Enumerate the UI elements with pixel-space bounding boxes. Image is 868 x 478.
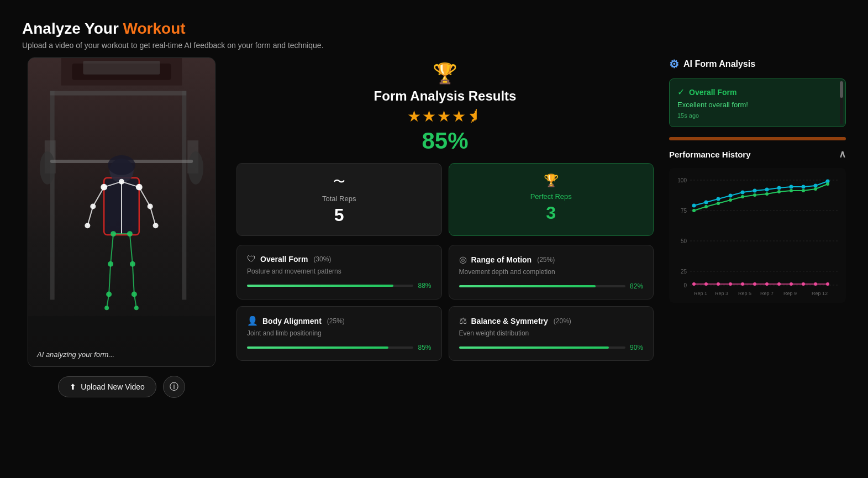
video-panel: AI analyzing your form... ⬆ Upload New V… xyxy=(22,57,221,467)
results-title: Form Analysis Results xyxy=(236,88,654,104)
svg-text:Rep 5: Rep 5 xyxy=(738,291,751,296)
metric-bar-fill-3 xyxy=(459,346,609,349)
perfect-reps-card: 🏆 Perfect Reps 3 xyxy=(449,163,654,236)
svg-rect-2 xyxy=(50,91,187,96)
svg-point-85 xyxy=(826,182,829,186)
svg-rect-0 xyxy=(50,91,55,300)
title-start: Analyze Your xyxy=(22,20,123,37)
svg-rect-10 xyxy=(83,61,160,75)
svg-text:0: 0 xyxy=(683,282,687,288)
total-reps-value: 5 xyxy=(334,205,344,225)
metric-icon-1: ◎ xyxy=(459,254,467,265)
svg-point-95 xyxy=(802,282,805,286)
svg-point-66 xyxy=(741,191,745,195)
ai-feedback-header: ✓ Overall Form xyxy=(677,87,838,97)
video-background: AI analyzing your form... xyxy=(28,58,215,366)
main-content: AI analyzing your form... ⬆ Upload New V… xyxy=(22,57,846,467)
svg-point-93 xyxy=(777,282,781,286)
svg-point-72 xyxy=(814,184,818,188)
svg-point-96 xyxy=(814,282,817,286)
metric-pct-val-1: 82% xyxy=(630,282,643,290)
svg-line-34 xyxy=(87,206,93,225)
overall-score: 85% xyxy=(236,128,654,154)
svg-point-14 xyxy=(108,155,135,175)
svg-line-42 xyxy=(133,264,134,295)
svg-point-71 xyxy=(802,185,806,189)
svg-point-70 xyxy=(790,185,793,189)
metric-header-2: 👤 Body Alignment (25%) xyxy=(247,316,432,326)
results-panel: 🏆 Form Analysis Results ★★★★⯨ 85% 〜 Tota… xyxy=(236,57,654,467)
perfect-reps-label: Perfect Reps xyxy=(530,192,572,201)
upload-btn-label: Upload New Video xyxy=(81,382,145,391)
metric-weight-1: (25%) xyxy=(537,256,555,264)
scrollbar-track[interactable] xyxy=(840,81,843,124)
metric-title-0: Overall Form xyxy=(260,255,308,264)
metric-card-0: 🛡 Overall Form (30%) Posture and movemen… xyxy=(236,245,442,300)
svg-point-97 xyxy=(826,282,829,286)
star-rating: ★★★★⯨ xyxy=(236,107,654,125)
svg-point-63 xyxy=(704,201,708,204)
svg-point-80 xyxy=(765,192,769,196)
page-header: Analyze Your Workout Upload a video of y… xyxy=(22,20,846,50)
upload-icon: ⬆ xyxy=(70,382,76,391)
ai-icon: ⚙ xyxy=(669,57,679,71)
ai-feedback-box: ✓ Overall Form Excellent overall form! 1… xyxy=(669,78,846,127)
ai-feedback-title: Overall Form xyxy=(689,88,737,97)
metric-header-0: 🛡 Overall Form (30%) xyxy=(247,254,432,264)
svg-point-92 xyxy=(765,282,769,286)
svg-point-94 xyxy=(790,282,793,286)
metric-header-3: ⚖ Balance & Symmetry (20%) xyxy=(459,316,644,326)
metric-pct-val-0: 88% xyxy=(418,282,431,290)
performance-history-header: Performance History ∧ xyxy=(669,148,846,160)
svg-point-6 xyxy=(188,151,203,185)
metric-bar-fill-1 xyxy=(459,285,596,287)
amber-notification-bar xyxy=(669,137,846,140)
svg-point-64 xyxy=(717,197,720,201)
svg-text:Rep 12: Rep 12 xyxy=(812,291,828,296)
svg-point-87 xyxy=(704,282,708,286)
ai-panel-header: ⚙ AI Form Analysis xyxy=(669,57,846,71)
metric-weight-2: (25%) xyxy=(327,317,345,325)
metric-bar-0 xyxy=(247,285,413,287)
svg-text:Rep 3: Rep 3 xyxy=(715,291,728,296)
star-4: ★ xyxy=(452,108,467,125)
check-icon: ✓ xyxy=(677,87,685,97)
svg-line-32 xyxy=(93,187,104,207)
trophy-icon: 🏆 xyxy=(236,62,654,85)
svg-rect-1 xyxy=(182,91,186,300)
svg-point-77 xyxy=(729,198,732,202)
metric-pct-val-3: 90% xyxy=(630,344,643,351)
title-highlight: Workout xyxy=(123,20,186,37)
svg-point-76 xyxy=(717,202,720,205)
svg-line-40 xyxy=(130,234,133,264)
star-1: ★ xyxy=(407,108,422,125)
metric-icon-2: 👤 xyxy=(247,316,258,326)
reps-row: 〜 Total Reps 5 🏆 Perfect Reps 3 xyxy=(236,163,654,236)
svg-point-65 xyxy=(729,194,733,198)
ai-feedback-text: Excellent overall form! xyxy=(677,101,838,109)
svg-point-79 xyxy=(753,193,756,197)
svg-point-5 xyxy=(40,151,55,185)
metric-bar-1 xyxy=(459,285,625,287)
total-reps-label: Total Reps xyxy=(322,195,356,203)
svg-point-81 xyxy=(777,190,781,193)
metrics-grid: 🛡 Overall Form (30%) Posture and movemen… xyxy=(236,245,654,361)
svg-text:75: 75 xyxy=(681,208,687,214)
scrollbar-thumb[interactable] xyxy=(840,81,843,98)
info-button[interactable]: ⓘ xyxy=(163,376,185,398)
activity-icon: 〜 xyxy=(333,174,345,190)
total-reps-card: 〜 Total Reps 5 xyxy=(236,163,442,236)
svg-point-88 xyxy=(717,282,720,286)
video-controls: ⬆ Upload New Video ⓘ xyxy=(58,376,185,398)
upload-new-video-button[interactable]: ⬆ Upload New Video xyxy=(58,376,156,397)
trophy-small-icon: 🏆 xyxy=(544,174,559,188)
svg-line-41 xyxy=(109,264,111,295)
svg-line-33 xyxy=(139,187,150,207)
metric-weight-0: (30%) xyxy=(313,255,331,263)
metric-title-1: Range of Motion xyxy=(471,255,532,264)
svg-point-62 xyxy=(692,204,696,208)
svg-text:50: 50 xyxy=(681,238,687,244)
svg-point-90 xyxy=(741,282,744,286)
collapse-icon[interactable]: ∧ xyxy=(839,148,846,160)
gym-scene-svg xyxy=(28,58,215,366)
